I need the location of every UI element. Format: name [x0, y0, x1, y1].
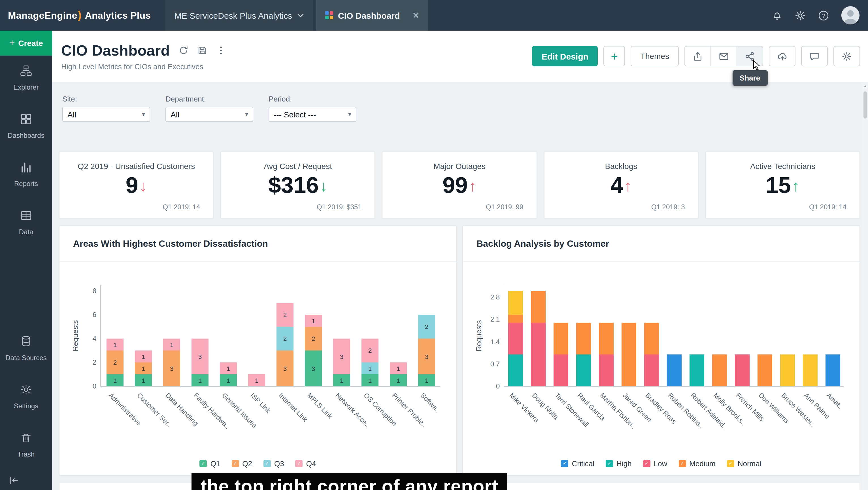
y-axis-title: Requests — [474, 320, 483, 351]
export-button[interactable] — [684, 46, 711, 66]
vertical-scrollbar[interactable]: ▲ — [862, 82, 868, 490]
filter-value: --- Select --- — [274, 110, 316, 119]
bar-segment[interactable]: 1 — [220, 363, 237, 374]
bar-segment[interactable]: 3 — [418, 339, 435, 374]
bar-segment[interactable] — [508, 323, 523, 354]
bar-segment[interactable] — [644, 354, 659, 386]
scrollbar-thumb[interactable] — [864, 91, 867, 118]
scroll-up-icon[interactable]: ▲ — [862, 84, 868, 88]
bar-segment[interactable]: 1 — [191, 374, 209, 386]
bar-segment[interactable] — [508, 354, 523, 386]
bar-segment[interactable]: 1 — [418, 374, 435, 386]
bar-segment[interactable] — [735, 354, 750, 386]
bar-segment[interactable]: 1 — [390, 363, 407, 374]
legend-item-normal[interactable]: ✓Normal — [727, 459, 762, 468]
legend-item-high[interactable]: ✓High — [606, 459, 632, 468]
bar-segment[interactable]: 1 — [333, 374, 350, 386]
legend-item-q3[interactable]: ✓Q3 — [264, 459, 284, 468]
legend-item-low[interactable]: ✓Low — [643, 459, 667, 468]
email-button[interactable] — [711, 46, 737, 66]
bar-segment[interactable] — [712, 354, 727, 386]
bar-segment[interactable] — [554, 323, 568, 354]
bar-segment[interactable]: 1 — [135, 374, 152, 386]
themes-button[interactable]: Themes — [631, 46, 679, 66]
dashboard-settings-button[interactable] — [833, 46, 860, 66]
sidebar-item-data-sources[interactable]: Data Sources — [0, 326, 52, 374]
bar-segment[interactable]: 1 — [248, 374, 265, 386]
edit-design-button[interactable]: Edit Design — [532, 46, 598, 66]
bar-segment[interactable]: 3 — [333, 339, 350, 374]
legend-item-q2[interactable]: ✓Q2 — [231, 459, 252, 468]
bar-segment[interactable] — [554, 354, 568, 386]
add-report-button[interactable]: + — [604, 46, 625, 66]
create-button[interactable]: + Create — [0, 31, 52, 56]
help-icon[interactable]: ? — [817, 9, 830, 21]
bar-segment[interactable]: 1 — [135, 363, 152, 374]
legend-item-q1[interactable]: ✓Q1 — [200, 459, 220, 468]
comments-button[interactable] — [801, 46, 828, 66]
bar-segment[interactable] — [803, 354, 817, 386]
filter-select-department[interactable]: All▾ — [165, 107, 253, 122]
legend-item-q4[interactable]: ✓Q4 — [296, 459, 316, 468]
tab-workspace[interactable]: ME ServiceDesk Plus Analytics — [165, 0, 312, 31]
filters-row: Site:All▾Department:All▾Period:--- Selec… — [62, 95, 356, 122]
bar-segment[interactable] — [576, 354, 591, 386]
avatar[interactable] — [841, 6, 860, 25]
settings-gear-icon[interactable] — [794, 9, 806, 21]
bar-segment[interactable] — [508, 291, 523, 315]
more-options-kebab-icon[interactable] — [216, 46, 226, 56]
bar-segment[interactable]: 2 — [106, 350, 124, 374]
save-icon[interactable] — [197, 46, 207, 56]
bar-segment[interactable]: 1 — [106, 374, 124, 386]
bar-segment[interactable] — [757, 354, 772, 386]
bar-segment[interactable] — [689, 354, 704, 386]
notifications-bell-icon[interactable] — [771, 9, 783, 21]
tab-cio-dashboard[interactable]: CIO Dashboard × — [316, 0, 428, 31]
bar-segment[interactable]: 1 — [305, 315, 322, 327]
bar-segment[interactable]: 1 — [362, 363, 378, 374]
legend-item-medium[interactable]: ✓Medium — [679, 459, 716, 468]
bar-segment[interactable]: 2 — [277, 303, 293, 327]
sidebar-item-data[interactable]: Data — [0, 200, 52, 249]
bar-segment[interactable]: 1 — [135, 350, 152, 363]
bar-segment[interactable] — [531, 291, 546, 323]
kpi-row: Q2 2019 - Unsatisfied Customers9↓Q1 2019… — [59, 151, 860, 218]
bar-segment[interactable]: 3 — [163, 350, 180, 386]
bar-segment[interactable]: 3 — [191, 339, 209, 374]
bar-segment[interactable] — [531, 323, 546, 386]
filter-select-period[interactable]: --- Select ---▾ — [269, 107, 356, 122]
bar-segment[interactable] — [644, 323, 659, 354]
share-button[interactable]: Share — [737, 46, 763, 66]
bar-segment[interactable]: 1 — [106, 339, 124, 350]
bar-segment[interactable]: 2 — [277, 327, 293, 350]
sidebar-item-settings[interactable]: Settings — [0, 374, 52, 423]
bar-segment[interactable]: 1 — [362, 374, 378, 386]
collapse-sidebar-button[interactable] — [0, 471, 52, 490]
sidebar-item-dashboards[interactable]: Dashboards — [0, 104, 52, 152]
sidebar-item-trash[interactable]: Trash — [0, 423, 52, 471]
bar-segment[interactable] — [508, 315, 523, 323]
legend-item-critical[interactable]: ✓Critical — [561, 459, 594, 468]
bar-segment[interactable]: 1 — [390, 374, 407, 386]
bar-segment[interactable]: 2 — [305, 327, 322, 350]
sidebar-item-explorer[interactable]: Explorer — [0, 56, 52, 104]
bar-segment[interactable] — [599, 323, 614, 354]
bar-segment[interactable]: 1 — [163, 339, 180, 350]
filter-select-site[interactable]: All▾ — [62, 107, 150, 122]
bar-segment[interactable] — [599, 354, 614, 386]
bar-segment[interactable]: 3 — [277, 350, 293, 386]
refresh-icon[interactable] — [179, 46, 189, 56]
brand-logo: ManageEngine)Analytics Plus — [8, 9, 151, 22]
bar-segment[interactable] — [667, 354, 682, 386]
bar-segment[interactable]: 2 — [418, 315, 435, 339]
bar-segment[interactable]: 3 — [305, 350, 322, 386]
bar-segment[interactable] — [622, 323, 636, 386]
bar-segment[interactable] — [576, 323, 591, 354]
close-tab-icon[interactable]: × — [413, 10, 419, 21]
bar-segment[interactable]: 1 — [220, 374, 237, 386]
bar-segment[interactable] — [826, 354, 840, 386]
bar-segment[interactable]: 2 — [362, 339, 378, 363]
publish-button[interactable] — [769, 46, 796, 66]
bar-segment[interactable] — [780, 354, 795, 386]
sidebar-item-reports[interactable]: Reports — [0, 152, 52, 200]
